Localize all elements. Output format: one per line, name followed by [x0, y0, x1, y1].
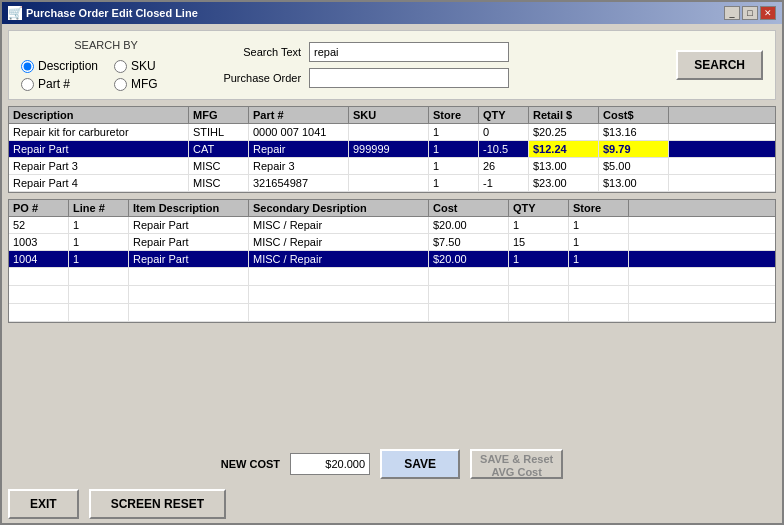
search-fields: Search Text Purchase Order — [211, 42, 509, 88]
parts-col-retail: Retail $ — [529, 107, 599, 123]
search-by-group: SEARCH BY Description SKU Part # — [21, 39, 191, 91]
radio-sku-label: SKU — [131, 59, 156, 73]
search-text-label: Search Text — [211, 46, 301, 58]
po-row-1[interactable]: 52 1 Repair Part MISC / Repair $20.00 1 … — [9, 217, 775, 234]
radio-sku[interactable]: SKU — [114, 59, 191, 73]
save-reset-button[interactable]: SAVE & ResetAVG Cost — [470, 449, 563, 479]
po-row1-item-desc: Repair Part — [129, 217, 249, 233]
maximize-button[interactable]: □ — [742, 6, 758, 20]
radio-part[interactable]: Part # — [21, 77, 98, 91]
radio-mfg-label: MFG — [131, 77, 158, 91]
parts-row2-description: Repair Part — [9, 141, 189, 157]
search-text-row: Search Text — [211, 42, 509, 62]
new-cost-input[interactable] — [290, 453, 370, 475]
parts-row-1[interactable]: Repair kit for carburetor STIHL 0000 007… — [9, 124, 775, 141]
parts-row1-description: Repair kit for carburetor — [9, 124, 189, 140]
save-button[interactable]: SAVE — [380, 449, 460, 479]
search-button[interactable]: SEARCH — [676, 50, 763, 80]
purchase-order-row: Purchase Order — [211, 68, 509, 88]
po-row1-store: 1 — [569, 217, 629, 233]
parts-row1-retail: $20.25 — [529, 124, 599, 140]
parts-row3-sku — [349, 158, 429, 174]
po-row2-po: 1003 — [9, 234, 69, 250]
radio-description[interactable]: Description — [21, 59, 98, 73]
parts-table-body: Repair kit for carburetor STIHL 0000 007… — [9, 124, 775, 192]
parts-col-cost: Cost$ — [599, 107, 669, 123]
purchase-order-label: Purchase Order — [211, 72, 301, 84]
parts-col-sku: SKU — [349, 107, 429, 123]
parts-col-description: Description — [9, 107, 189, 123]
po-row1-qty: 1 — [509, 217, 569, 233]
po-table: PO # Line # Item Description Secondary D… — [8, 199, 776, 323]
parts-row1-qty: 0 — [479, 124, 529, 140]
parts-row-4[interactable]: Repair Part 4 MISC 321654987 1 -1 $23.00… — [9, 175, 775, 192]
search-by-label: SEARCH BY — [74, 39, 138, 51]
po-col-po: PO # — [9, 200, 69, 216]
radio-part-label: Part # — [38, 77, 70, 91]
parts-row2-part: Repair — [249, 141, 349, 157]
po-row1-sec-desc: MISC / Repair — [249, 217, 429, 233]
po-row1-line: 1 — [69, 217, 129, 233]
parts-row4-cost: $13.00 — [599, 175, 669, 191]
po-row3-line: 1 — [69, 251, 129, 267]
window-title: Purchase Order Edit Closed Line — [26, 7, 198, 19]
po-row2-item-desc: Repair Part — [129, 234, 249, 250]
po-col-sec-desc: Secondary Desription — [249, 200, 429, 216]
po-row2-store: 1 — [569, 234, 629, 250]
po-table-body: 52 1 Repair Part MISC / Repair $20.00 1 … — [9, 217, 775, 322]
parts-col-mfg: MFG — [189, 107, 249, 123]
parts-row3-part: Repair 3 — [249, 158, 349, 174]
po-col-store: Store — [569, 200, 629, 216]
search-text-input[interactable] — [309, 42, 509, 62]
po-row1-po: 52 — [9, 217, 69, 233]
screen-reset-button[interactable]: SCREEN RESET — [89, 489, 226, 519]
po-row2-cost: $7.50 — [429, 234, 509, 250]
footer-buttons: EXIT SCREEN RESET — [2, 485, 782, 523]
parts-row3-description: Repair Part 3 — [9, 158, 189, 174]
radio-mfg-input[interactable] — [114, 78, 127, 91]
radio-description-input[interactable] — [21, 60, 34, 73]
po-row-2[interactable]: 1003 1 Repair Part MISC / Repair $7.50 1… — [9, 234, 775, 251]
parts-row2-sku: 999999 — [349, 141, 429, 157]
po-row-3[interactable]: 1004 1 Repair Part MISC / Repair $20.00 … — [9, 251, 775, 268]
parts-row3-mfg: MISC — [189, 158, 249, 174]
po-row3-po: 1004 — [9, 251, 69, 267]
po-row2-sec-desc: MISC / Repair — [249, 234, 429, 250]
app-icon: 🛒 — [8, 6, 22, 20]
parts-row2-store: 1 — [429, 141, 479, 157]
parts-row2-qty: -10.5 — [479, 141, 529, 157]
po-table-header: PO # Line # Item Description Secondary D… — [9, 200, 775, 217]
parts-row-2[interactable]: Repair Part CAT Repair 999999 1 -10.5 $1… — [9, 141, 775, 158]
title-bar-left: 🛒 Purchase Order Edit Closed Line — [8, 6, 198, 20]
minimize-button[interactable]: _ — [724, 6, 740, 20]
parts-row2-mfg: CAT — [189, 141, 249, 157]
po-col-qty: QTY — [509, 200, 569, 216]
radio-sku-input[interactable] — [114, 60, 127, 73]
parts-row-3[interactable]: Repair Part 3 MISC Repair 3 1 26 $13.00 … — [9, 158, 775, 175]
search-panel: SEARCH BY Description SKU Part # — [8, 30, 776, 100]
parts-row4-sku — [349, 175, 429, 191]
parts-row4-part: 321654987 — [249, 175, 349, 191]
radio-mfg[interactable]: MFG — [114, 77, 191, 91]
parts-table: Description MFG Part # SKU Store QTY Ret… — [8, 106, 776, 193]
parts-row1-cost: $13.16 — [599, 124, 669, 140]
po-col-item-desc: Item Description — [129, 200, 249, 216]
main-window: 🛒 Purchase Order Edit Closed Line _ □ ✕ … — [0, 0, 784, 525]
po-row3-sec-desc: MISC / Repair — [249, 251, 429, 267]
parts-row4-retail: $23.00 — [529, 175, 599, 191]
parts-row3-cost: $5.00 — [599, 158, 669, 174]
parts-row4-store: 1 — [429, 175, 479, 191]
po-row-empty-3 — [9, 304, 775, 322]
parts-row1-store: 1 — [429, 124, 479, 140]
exit-button[interactable]: EXIT — [8, 489, 79, 519]
radio-part-input[interactable] — [21, 78, 34, 91]
new-cost-label: NEW COST — [221, 458, 280, 470]
purchase-order-input[interactable] — [309, 68, 509, 88]
parts-row4-mfg: MISC — [189, 175, 249, 191]
po-row3-cost: $20.00 — [429, 251, 509, 267]
close-button[interactable]: ✕ — [760, 6, 776, 20]
parts-row2-cost: $9.79 — [599, 141, 669, 157]
po-row-empty-2 — [9, 286, 775, 304]
parts-row3-retail: $13.00 — [529, 158, 599, 174]
radio-grid: Description SKU Part # MFG — [21, 59, 191, 91]
